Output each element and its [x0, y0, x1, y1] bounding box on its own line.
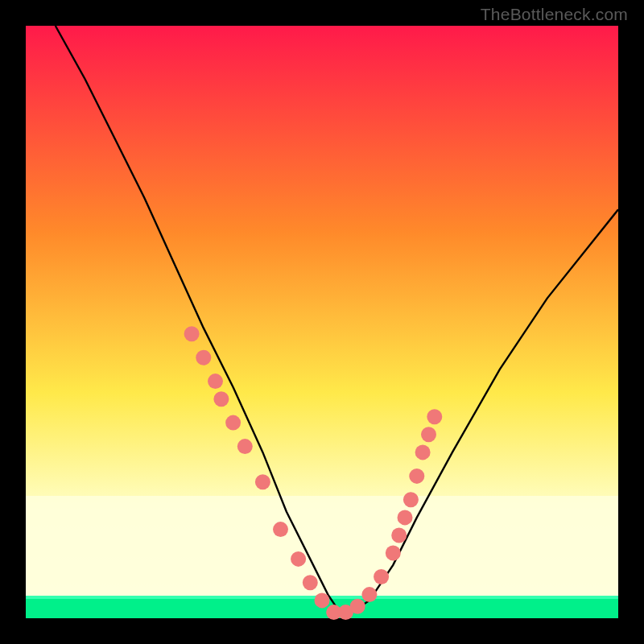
highlight-dot — [255, 474, 270, 489]
chart-stage: TheBottleneck.com — [0, 0, 644, 644]
highlight-dot — [386, 546, 401, 561]
highlight-dot — [213, 391, 229, 407]
watermark-text: TheBottleneck.com — [481, 5, 628, 24]
highlight-dot — [391, 528, 407, 543]
highlight-dot — [315, 592, 330, 608]
highlight-dot — [350, 599, 365, 614]
highlight-dot — [196, 350, 211, 365]
highlight-dot — [291, 551, 306, 567]
highlight-dot — [421, 427, 436, 442]
highlight-dot — [427, 409, 442, 424]
highlight-dot — [225, 415, 241, 431]
highlight-dot — [403, 492, 419, 507]
highlight-dot — [208, 374, 223, 389]
highlight-dot — [361, 587, 377, 602]
highlight-dot — [184, 326, 200, 341]
highlight-dot — [409, 469, 424, 484]
highlight-dot — [273, 522, 288, 537]
highlight-dot — [415, 444, 431, 460]
highlight-dot — [237, 439, 253, 454]
highlight-dot — [374, 569, 389, 584]
bottleneck-chart — [0, 0, 644, 644]
highlight-dot — [303, 575, 318, 590]
highlight-dot — [398, 510, 413, 525]
